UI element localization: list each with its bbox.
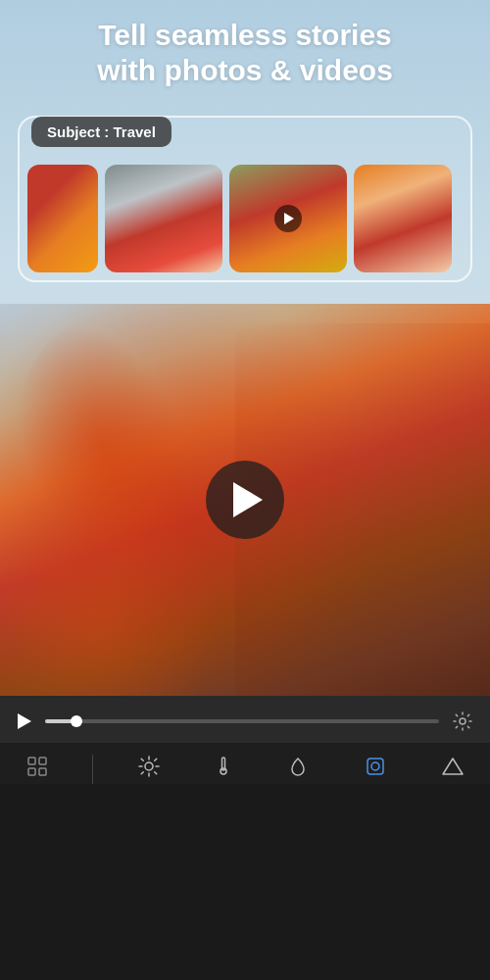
auto-icon [24, 753, 51, 780]
svg-point-0 [460, 718, 466, 724]
thermometer-icon [210, 753, 237, 780]
progress-thumb[interactable] [71, 715, 82, 727]
svg-rect-1 [28, 758, 35, 764]
thumbnail-4[interactable] [354, 165, 452, 272]
subject-badge: Subject : Travel [31, 117, 172, 147]
play-icon-3[interactable] [274, 205, 302, 232]
headline-line1: Tell seamless stories [98, 19, 392, 51]
play-button-large[interactable] [206, 461, 284, 539]
photo-strip [27, 165, 463, 272]
thumbnail-2[interactable] [105, 165, 222, 272]
effects-icon [362, 753, 389, 780]
svg-point-15 [220, 768, 226, 774]
svg-rect-4 [39, 768, 46, 775]
tool-blur[interactable]: Blur [278, 749, 318, 784]
headline-line2: with photos & videos [97, 54, 393, 86]
svg-rect-2 [39, 758, 46, 764]
tool-auto[interactable]: Auto [18, 749, 57, 784]
thumbnail-3[interactable] [229, 165, 347, 272]
blur-icon [284, 753, 312, 780]
story-frame: Subject : Travel [18, 116, 472, 282]
svg-line-13 [154, 759, 156, 760]
svg-line-10 [141, 759, 143, 760]
triangle-icon [439, 753, 466, 780]
tool-effects[interactable]: Effects [353, 749, 397, 784]
play-pause-button[interactable] [14, 710, 35, 732]
gear-icon [453, 711, 472, 731]
video-area: Auto Light [0, 304, 490, 784]
tool-light[interactable]: Light [129, 749, 169, 784]
svg-point-17 [371, 762, 379, 770]
video-preview[interactable] [0, 304, 490, 696]
headline: Tell seamless stories with photos & vide… [0, 18, 490, 88]
main-toolbar: Auto Light [0, 743, 490, 784]
svg-line-12 [141, 772, 143, 774]
svg-point-5 [145, 762, 153, 770]
thumbnail-1[interactable] [27, 165, 98, 272]
sun-icon [135, 753, 163, 780]
svg-rect-3 [28, 768, 35, 775]
progress-track[interactable] [45, 719, 439, 723]
tool-detail[interactable]: Detail [433, 749, 472, 784]
tool-color[interactable]: Color [204, 749, 243, 784]
settings-button[interactable] [449, 708, 476, 735]
toolbar-divider [92, 755, 93, 784]
svg-line-11 [154, 772, 156, 774]
controls-bar [0, 696, 490, 743]
svg-marker-18 [443, 759, 463, 774]
svg-rect-16 [368, 759, 383, 774]
